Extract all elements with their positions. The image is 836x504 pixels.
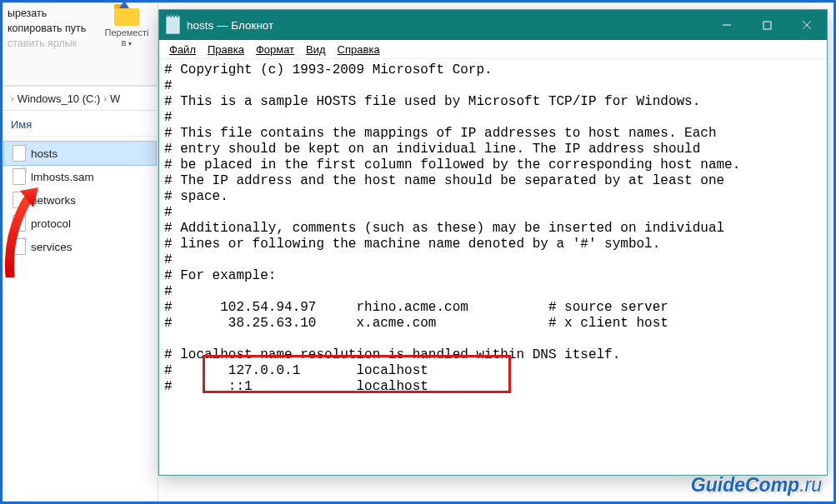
watermark-brand: GuideComp [691,474,799,496]
chevron-right-icon: › [8,93,18,103]
file-name: protocol [31,217,71,230]
menu-help[interactable]: Справка [333,42,385,57]
file-icon [13,145,26,162]
maximize-button[interactable] [747,10,787,40]
move-to-label: Переместі [105,27,149,37]
notepad-icon [166,16,180,34]
chevron-right-icon: › [100,93,110,103]
close-button[interactable] [787,10,827,40]
svg-rect-1 [763,22,771,29]
titlebar[interactable]: hosts — Блокнот [159,10,827,40]
menu-view[interactable]: Вид [301,42,331,57]
folder-move-icon [113,4,141,27]
minimize-button[interactable] [707,10,747,40]
file-icon [13,168,26,185]
chevron-down-icon: ▾ [128,40,132,47]
file-name: networks [31,194,76,207]
menubar: Файл Правка Формат Вид Справка [159,40,827,59]
column-header-name[interactable]: Имя [3,111,158,137]
file-item-services[interactable]: services [4,235,156,258]
move-to-label-2: в [122,37,127,47]
file-item-lmhosts[interactable]: lmhosts.sam [4,165,156,188]
window-controls [707,10,827,40]
ribbon-move-to[interactable]: Переместі в ▾ [97,4,157,47]
file-name: lmhosts.sam [31,171,94,183]
watermark: GuideComp.ru [691,474,822,497]
explorer-pane: ырезать копировать путь ставить ярлык Пе… [3,2,158,502]
ribbon: ырезать копировать путь ставить ярлык Пе… [3,2,158,86]
file-icon [13,192,26,208]
menu-edit[interactable]: Правка [203,42,249,57]
file-item-networks[interactable]: networks [4,188,156,212]
window-title: hosts — Блокнот [187,19,273,32]
file-icon [13,238,26,255]
breadcrumb-item[interactable]: Windows_10 (C:) [18,92,101,105]
file-icon [13,215,26,232]
text-area[interactable]: # Copyright (c) 1993-2009 Microsoft Corp… [159,59,827,475]
file-name: services [31,241,73,253]
menu-file[interactable]: Файл [164,42,201,57]
watermark-tld: .ru [799,474,822,496]
annotation-highlight-box [203,355,511,393]
file-name: hosts [31,147,58,160]
breadcrumb[interactable]: › Windows_10 (C:) › W [3,86,158,111]
notepad-window: hosts — Блокнот Файл Правка Формат Вид С… [158,9,828,476]
menu-format[interactable]: Формат [251,42,299,57]
file-item-protocol[interactable]: protocol [4,212,156,235]
file-list: hosts lmhosts.sam networks protocol serv… [3,137,158,263]
breadcrumb-item[interactable]: W [110,92,120,105]
file-item-hosts[interactable]: hosts [4,142,156,165]
